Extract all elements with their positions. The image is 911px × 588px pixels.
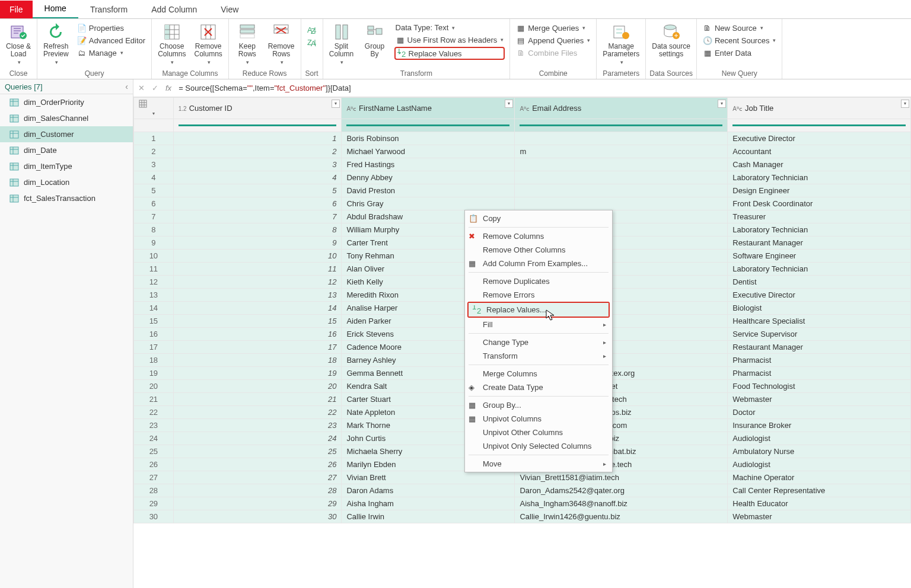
cell-name[interactable]: Boris Robinson — [342, 132, 515, 145]
col-rowhead[interactable]: ▾ — [134, 98, 174, 119]
cell-job[interactable]: Food Technologist — [728, 380, 911, 393]
col-firstname-lastname[interactable]: AᴮᴄFirstName LastName▾ — [342, 98, 515, 119]
cell-job[interactable]: Machine Operator — [728, 471, 911, 484]
tab-home[interactable]: Home — [33, 0, 78, 18]
table-row[interactable]: 44Denny AbbeyLaboratory Technician — [134, 171, 911, 184]
cell-email[interactable] — [515, 184, 728, 197]
cell-job[interactable]: Pharmacist — [728, 367, 911, 380]
cell-job[interactable]: Doctor — [728, 406, 911, 419]
choose-columns-button[interactable]: Choose Columns▾ — [155, 21, 188, 66]
cell-job[interactable]: Dentist — [728, 276, 911, 289]
tab-transform[interactable]: Transform — [78, 1, 139, 18]
cell-customer-id[interactable]: 29 — [173, 497, 342, 510]
ctx-unpivot-other[interactable]: Unpivot Other Columns — [465, 426, 612, 439]
cell-job[interactable]: Laboratory Technician — [728, 263, 911, 276]
row-number[interactable]: 16 — [134, 328, 174, 341]
cell-name[interactable]: David Preston — [342, 184, 515, 197]
cell-job[interactable]: Healthcare Specialist — [728, 315, 911, 328]
cell-name[interactable]: Fred Hastings — [342, 158, 515, 171]
data-type-button[interactable]: Data Type: Text▾ — [394, 23, 505, 33]
filter-icon[interactable]: ▾ — [718, 100, 726, 108]
ctx-add-column-examples[interactable]: ▦Add Column From Examples... — [465, 257, 612, 270]
cell-customer-id[interactable]: 9 — [173, 237, 342, 250]
cell-job[interactable]: Insurance Broker — [728, 419, 911, 432]
ctx-merge-columns[interactable]: Merge Columns — [465, 367, 612, 381]
cell-job[interactable]: Call Center Representative — [728, 484, 911, 497]
cell-job[interactable]: Laboratory Technician — [728, 223, 911, 237]
query-item-dim_Customer[interactable]: dim_Customer — [0, 126, 133, 142]
cell-job[interactable]: Accountant — [728, 145, 911, 158]
table-row[interactable]: 33Fred HastingsCash Manager — [134, 158, 911, 171]
cell-customer-id[interactable]: 6 — [173, 197, 342, 210]
close-load-button[interactable]: Close & Load▾ — [4, 21, 33, 66]
row-number[interactable]: 8 — [134, 223, 174, 237]
col-email-address[interactable]: AᴮᴄEmail Address▾ — [515, 98, 728, 119]
cell-customer-id[interactable]: 27 — [173, 471, 342, 484]
filter-icon[interactable]: ▾ — [901, 100, 909, 108]
query-item-dim_ItemType[interactable]: dim_ItemType — [0, 158, 133, 174]
col-job-title[interactable]: AᴮᴄJob Title▾ — [728, 98, 911, 119]
ctx-remove-columns[interactable]: ✖Remove Columns — [465, 229, 612, 243]
cell-customer-id[interactable]: 8 — [173, 223, 342, 237]
table-row[interactable]: 2929Aisha InghamAisha_Ingham3648@nanoff.… — [134, 497, 911, 510]
filter-icon[interactable]: ▾ — [505, 100, 513, 108]
cell-job[interactable]: Treasurer — [728, 210, 911, 223]
row-number[interactable]: 22 — [134, 406, 174, 419]
cell-customer-id[interactable]: 20 — [173, 380, 342, 393]
cell-customer-id[interactable]: 3 — [173, 158, 342, 171]
tab-add-column[interactable]: Add Column — [139, 1, 209, 18]
cell-customer-id[interactable]: 14 — [173, 302, 342, 315]
cell-job[interactable]: Front Desk Coordinator — [728, 197, 911, 210]
cell-name[interactable]: Denny Abbey — [342, 171, 515, 184]
manage-button[interactable]: 🗂Manage▾ — [76, 47, 146, 58]
cell-customer-id[interactable]: 15 — [173, 315, 342, 328]
row-number[interactable]: 15 — [134, 315, 174, 328]
row-number[interactable]: 7 — [134, 210, 174, 223]
group-by-button[interactable]: Group By — [360, 21, 390, 59]
query-item-dim_Date[interactable]: dim_Date — [0, 142, 133, 158]
merge-queries-button[interactable]: ▦Merge Queries▾ — [515, 23, 591, 33]
cell-customer-id[interactable]: 25 — [173, 445, 342, 458]
cell-job[interactable]: Audiologist — [728, 432, 911, 445]
cell-customer-id[interactable]: 11 — [173, 263, 342, 276]
cell-job[interactable]: Software Engineer — [728, 250, 911, 263]
cell-customer-id[interactable]: 10 — [173, 250, 342, 263]
table-row[interactable]: 55David PrestonDesign Engineer — [134, 184, 911, 197]
cell-customer-id[interactable]: 26 — [173, 458, 342, 471]
row-number[interactable]: 2 — [134, 145, 174, 158]
row-number[interactable]: 20 — [134, 380, 174, 393]
ctx-unpivot-columns[interactable]: ▦Unpivot Columns — [465, 412, 612, 426]
table-row[interactable]: 2828Daron AdamsDaron_Adams2542@qater.org… — [134, 484, 911, 497]
cell-email[interactable]: Aisha_Ingham3648@nanoff.biz — [515, 497, 728, 510]
row-number[interactable]: 18 — [134, 354, 174, 367]
row-number[interactable]: 1 — [134, 132, 174, 145]
row-number[interactable]: 24 — [134, 432, 174, 445]
cell-name[interactable]: Aisha Ingham — [342, 497, 515, 510]
ctx-transform[interactable]: Transform▸ — [465, 349, 612, 363]
data-source-settings-button[interactable]: Data source settings — [649, 21, 693, 59]
cell-customer-id[interactable]: 1 — [173, 132, 342, 145]
table-row[interactable]: 11Boris RobinsonExecutive Director — [134, 132, 911, 145]
ctx-group-by[interactable]: ▦Group By... — [465, 398, 612, 412]
cell-job[interactable]: Design Engineer — [728, 184, 911, 197]
ctx-remove-errors[interactable]: Remove Errors — [465, 288, 612, 302]
properties-button[interactable]: 📄Properties — [76, 23, 146, 33]
remove-columns-button[interactable]: Remove Columns▾ — [192, 21, 224, 66]
cell-job[interactable]: Cash Manager — [728, 158, 911, 171]
row-number[interactable]: 19 — [134, 367, 174, 380]
cell-customer-id[interactable]: 24 — [173, 432, 342, 445]
row-number[interactable]: 26 — [134, 458, 174, 471]
row-number[interactable]: 5 — [134, 184, 174, 197]
cell-job[interactable]: Webmaster — [728, 393, 911, 406]
cell-job[interactable]: Audiologist — [728, 458, 911, 471]
recent-sources-button[interactable]: 🕓Recent Sources▾ — [702, 35, 778, 46]
cell-job[interactable]: Executive Director — [728, 289, 911, 302]
row-number[interactable]: 27 — [134, 471, 174, 484]
cell-customer-id[interactable]: 13 — [173, 289, 342, 302]
cell-email[interactable]: m — [515, 145, 728, 158]
cell-customer-id[interactable]: 2 — [173, 145, 342, 158]
row-number[interactable]: 6 — [134, 197, 174, 210]
row-number[interactable]: 30 — [134, 510, 174, 523]
row-number[interactable]: 4 — [134, 171, 174, 184]
cell-email[interactable] — [515, 158, 728, 171]
